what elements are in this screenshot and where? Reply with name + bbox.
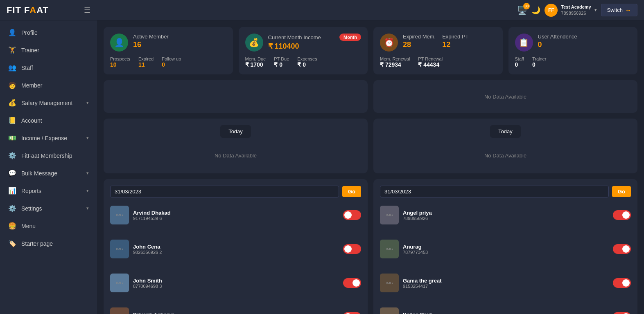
sidebar-item-staff[interactable]: 👥 Staff <box>0 59 97 76</box>
expenses-value: ₹ 0 <box>297 61 317 68</box>
academy-phone: 7898956926 <box>561 10 591 16</box>
sidebar-item-fitfaat[interactable]: ⚙️ FitFaat Membership <box>0 147 97 164</box>
member-phone: 8770094698 3 <box>133 284 339 289</box>
member-avatar: IMG <box>110 274 129 292</box>
sidebar-item-trainer[interactable]: 🏋️ Trainer <box>0 41 97 59</box>
member-name: Priyank Acharya <box>133 312 339 314</box>
fitfaat-nav-icon: ⚙️ <box>8 152 16 159</box>
topbar: 🖥️ 30 🌙 FF Test Academy 7898956926 ▾ Swi… <box>97 0 644 20</box>
academy-dropdown-icon: ▾ <box>594 7 597 13</box>
left-member-list: IMG Arvind Dhakad 9171194539 6 IMG John … <box>110 203 361 314</box>
sidebar-item-settings[interactable]: ⚙️ Settings ▾ <box>0 200 97 217</box>
list-divider <box>380 232 631 232</box>
member-toggle[interactable] <box>343 244 361 254</box>
pt-renewal-label: PT Renewal <box>418 56 443 61</box>
right-today-no-data: No Data Available <box>380 144 631 167</box>
pt-renewal-value: ₹ 44434 <box>418 61 443 68</box>
member-toggle[interactable] <box>343 312 361 314</box>
logo-area: FIT FAAT ☰ <box>0 0 97 20</box>
member-name: Anurag <box>403 244 609 250</box>
bulk-nav-arrow: ▾ <box>86 170 89 176</box>
member-toggle[interactable] <box>343 278 361 288</box>
list-item: IMG Anurag 7879773453 <box>380 237 631 261</box>
notification-icon[interactable]: 🖥️ 30 <box>517 5 527 15</box>
sidebar-nav: 👤 Profile 🏋️ Trainer 👥 Staff 🧑 Member 💰 … <box>0 20 97 314</box>
member-avatar: IMG <box>380 307 399 314</box>
member-name: John Cena <box>133 244 339 250</box>
prospects-label: Prospects <box>110 56 130 61</box>
sidebar-item-bulk[interactable]: 💬 Bulk Message ▾ <box>0 164 97 182</box>
member-avatar: IMG <box>110 206 129 224</box>
followup-value: 0 <box>162 61 181 68</box>
trainer-value: 0 <box>532 61 546 68</box>
academy-name: Test Academy <box>561 4 591 10</box>
active-member-value: 16 <box>133 40 226 49</box>
sidebar-item-profile[interactable]: 👤 Profile <box>0 24 97 41</box>
trainer-label: Trainer <box>532 56 546 61</box>
list-item: IMG John Smith 8770094698 3 <box>110 271 361 295</box>
income-nav-icon: 💵 <box>8 134 16 142</box>
profile-nav-icon: 👤 <box>8 29 16 36</box>
member-phone: 9153254417 <box>403 284 609 289</box>
income-title: Current Month Income <box>268 34 321 40</box>
member-phone: 9826356926 2 <box>133 250 339 255</box>
member-phone: 7879773453 <box>403 250 609 255</box>
right-member-list: IMG Angel priya 7898956926 IMG Anurag 78… <box>380 203 631 314</box>
left-go-button[interactable]: Go <box>342 186 361 197</box>
today-panels-row: Today No Data Available Today No Data Av… <box>104 119 637 173</box>
account-nav-icon: 📒 <box>8 117 16 124</box>
list-item: IMG Angel priya 7898956926 <box>380 203 631 227</box>
sidebar-item-starter[interactable]: 🏷️ Starter page <box>0 235 97 252</box>
right-go-button[interactable]: Go <box>612 186 631 197</box>
hamburger-icon[interactable]: ☰ <box>84 6 90 15</box>
prospects-value: 10 <box>110 61 130 68</box>
member-avatar: IMG <box>380 240 399 258</box>
right-date-input[interactable] <box>380 186 609 197</box>
active-member-icon: 👤 <box>110 34 128 52</box>
left-date-filter: Go <box>110 186 361 197</box>
bulk-nav-label: Bulk Message <box>21 170 57 177</box>
sidebar-item-menu[interactable]: 🍔 Menu <box>0 217 97 235</box>
member-toggle[interactable] <box>613 244 631 254</box>
theme-toggle[interactable]: 🌙 <box>531 6 540 15</box>
academy-selector[interactable]: FF Test Academy 7898956926 ▾ <box>545 4 597 17</box>
member-toggle[interactable] <box>343 210 361 220</box>
member-toggle[interactable] <box>613 210 631 220</box>
sidebar-item-member[interactable]: 🧑 Member <box>0 76 97 94</box>
followup-label: Follow up <box>162 56 181 61</box>
member-avatar: IMG <box>110 240 129 258</box>
list-item: IMG Priyank Acharya 7898956926 4 <box>110 305 361 314</box>
member-toggle[interactable] <box>613 278 631 288</box>
academy-avatar: FF <box>545 4 558 17</box>
member-info: John Smith 8770094698 3 <box>133 278 339 289</box>
list-item: IMG John Cena 9826356926 2 <box>110 237 361 261</box>
expired-pt-value: 12 <box>442 40 468 49</box>
notification-badge: 30 <box>523 3 530 9</box>
main-content: 👤 Active Member 16 Prospects 10 Expired … <box>97 20 644 314</box>
salary-nav-arrow: ▾ <box>86 100 89 105</box>
sidebar-item-salary[interactable]: 💰 Salary Management ▾ <box>0 94 97 112</box>
expired-label: Expired <box>138 56 154 61</box>
list-divider <box>110 300 361 300</box>
sidebar-item-income[interactable]: 💵 Income / Expense ▾ <box>0 129 97 147</box>
member-name: Angel priya <box>403 210 609 216</box>
left-date-panel: Go IMG Arvind Dhakad 9171194539 6 IMG Jo… <box>104 179 368 314</box>
income-nav-arrow: ▾ <box>86 135 89 141</box>
member-info: Priyank Acharya 7898956926 4 <box>133 312 339 314</box>
left-today-button[interactable]: Today <box>220 125 251 138</box>
list-item: IMG Arvind Dhakad 9171194539 6 <box>110 203 361 227</box>
left-date-input[interactable] <box>110 186 339 197</box>
list-divider <box>110 232 361 232</box>
switch-button[interactable]: Switch ↔️ <box>601 4 637 16</box>
right-today-button[interactable]: Today <box>490 125 521 138</box>
list-item: IMG Gama the great 9153254417 <box>380 271 631 295</box>
sidebar-item-account[interactable]: 📒 Account <box>0 112 97 129</box>
member-nav-label: Member <box>21 82 42 89</box>
right-no-data-panel: No Data Available <box>373 80 637 113</box>
member-toggle[interactable] <box>613 312 631 314</box>
member-nav-icon: 🧑 <box>8 81 16 89</box>
left-today-panel: Today No Data Available <box>104 119 368 173</box>
list-divider <box>380 266 631 266</box>
expired-icon: ⏰ <box>380 34 398 52</box>
sidebar-item-reports[interactable]: 📊 Reports ▾ <box>0 182 97 200</box>
